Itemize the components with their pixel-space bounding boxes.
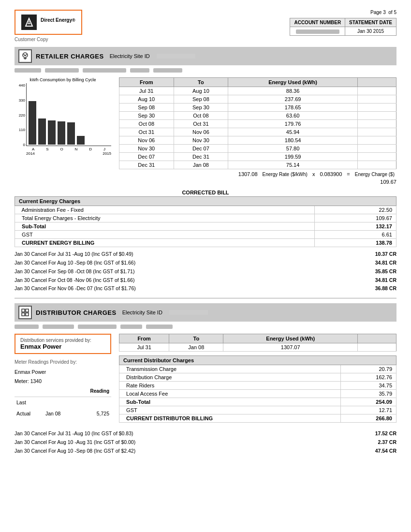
dist-billing-row: Distribution Charge162.76 xyxy=(119,373,396,382)
table-row: Oct 31Nov 0645.94 xyxy=(119,128,396,136)
svg-line-8 xyxy=(25,54,27,56)
equals-symbol: = xyxy=(347,171,350,177)
kwh-header: Energy Used (kWh) xyxy=(228,78,358,87)
meter-readings-title: Meter Readings Provided by: xyxy=(15,358,111,367)
totals-rate-label: Energy Rate ($/kWh) xyxy=(263,172,308,177)
meter-label: Meter: xyxy=(15,378,29,384)
table-row: Nov 06Nov 30180.54 xyxy=(119,136,396,145)
dist-from-header: From xyxy=(119,334,169,343)
dist-billing-row: Sub-Total254.09 xyxy=(119,398,396,406)
customer-copy-label: Customer Copy xyxy=(15,37,82,42)
dist-to-header: To xyxy=(169,334,223,343)
energy-totals-row: 1307.08 Energy Rate ($/kWh) x 0.083900 =… xyxy=(119,171,396,177)
distributor-left-panel: Distribution services provided by: Enmax… xyxy=(15,334,111,426)
dist-cancellation-line: Jan 30 Cancel For Aug 10 -Sep 08 (Inc GS… xyxy=(15,447,396,456)
svg-rect-11 xyxy=(22,313,25,316)
dist-cancellation-line: Jan 30 Cancel For Jul 31 -Aug 10 (Inc GS… xyxy=(15,429,396,438)
account-number-header: ACCOUNT NUMBER xyxy=(290,18,345,27)
dist-billing-row: Rate Riders34.75 xyxy=(119,382,396,390)
x-axis-labels: A S O N D J xyxy=(26,146,111,151)
meter-readings-table: Reading Last Actual Jan 08 5,725 xyxy=(15,386,111,419)
bar-sep xyxy=(38,118,46,145)
from-header: From xyxy=(119,78,174,87)
billing-row: Administration Fee - Fixed22.50 xyxy=(15,206,396,214)
totals-charge-label: Energy Charge ($) xyxy=(355,172,395,177)
retailer-energy-table-area: From To Energy Used (kWh) Jul 31Aug 1088… xyxy=(119,77,396,186)
meter-section: Meter Readings Provided by: Enmax Power … xyxy=(15,358,111,419)
table-row: Nov 30Dec 0757.80 xyxy=(119,145,396,153)
bar-chart xyxy=(26,83,111,146)
retailer-billing-table: Current Energy Charges Administration Fe… xyxy=(15,196,396,247)
account-info-table: ACCOUNT NUMBER STATEMENT DATE Jan 30 201… xyxy=(290,18,396,36)
statement-date-header: STATEMENT DATE xyxy=(345,18,396,27)
table-row: Dec 07Dec 31199.59 xyxy=(119,153,396,161)
distributor-cancellations: Jan 30 Cancel For Jul 31 -Aug 10 (Inc GS… xyxy=(15,429,396,456)
billing-row: GST6.61 xyxy=(15,231,396,239)
table-row: Oct 08Oct 31179.76 xyxy=(119,120,396,128)
table-row: Jul 31Aug 1088.36 xyxy=(119,87,396,95)
reading-col-header: Reading xyxy=(74,386,111,397)
billing-row: Total Energy Charges - Electricity109.67 xyxy=(15,214,396,222)
logo-box: Direct Energy® xyxy=(15,10,82,35)
actual-label: Actual xyxy=(15,408,44,419)
bar-oct xyxy=(48,120,56,145)
company-name: Direct Energy® xyxy=(41,17,75,28)
dist-energy-row: Jul 31 Jan 08 1307.07 xyxy=(119,343,396,352)
consumption-chart-area: kWh Consumption by Billing Cycle 440 330… xyxy=(15,77,111,186)
svg-rect-10 xyxy=(26,309,29,312)
dist-kwh-val: 1307.07 xyxy=(223,343,358,352)
to-header: To xyxy=(174,78,228,87)
billing-row: CURRENT ENERGY BILLING138.78 xyxy=(15,239,396,247)
cancellation-line: Jan 30 Cancel For Sep 08 -Oct 08 (Inc GS… xyxy=(15,267,396,276)
distributor-energy-table: From To Energy Used (kWh) Jul 31 Jan 08 … xyxy=(119,334,396,352)
svg-rect-9 xyxy=(22,309,25,312)
retailer-title: RETAILER CHARGES xyxy=(36,53,104,60)
multiply-symbol: x xyxy=(312,171,315,177)
distributor-icon xyxy=(18,306,32,319)
svg-point-4 xyxy=(23,53,28,58)
corrected-bill-title: CORRECTED BILL xyxy=(15,190,396,195)
distributor-subtitle: Electricity Site ID xyxy=(122,310,162,315)
dist-billing-header: Current Distributor Charges xyxy=(119,356,396,365)
meter-number: 1340 xyxy=(30,378,42,384)
distributor-right-panel: From To Energy Used (kWh) Jul 31 Jan 08 … xyxy=(119,334,396,426)
provider-name: Enmax Power xyxy=(20,343,105,350)
distributor-section-header: DISTRIBUTOR CHARGES Electricity Site ID xyxy=(15,303,396,322)
retailer-icon xyxy=(18,49,32,63)
provider-label: Distribution services provided by: xyxy=(20,338,105,343)
company-icon xyxy=(21,15,37,30)
statement-date-value: Jan 30 2015 xyxy=(345,27,396,36)
table-row: Sep 08Sep 30178.65 xyxy=(119,103,396,112)
cancellation-line: Jan 30 Cancel For Jul 31 -Aug 10 (Inc GS… xyxy=(15,250,396,259)
retailer-section-header: RETAILER CHARGES Electricity Site ID xyxy=(15,47,396,65)
header-account-info: Page 3 of 5 ACCOUNT NUMBER STATEMENT DAT… xyxy=(290,10,396,36)
meter-number-row: Meter: 1340 xyxy=(15,377,111,386)
empty-header xyxy=(358,78,396,87)
table-row: Dec 31Jan 0875.14 xyxy=(119,161,396,169)
retailer-energy-table: From To Energy Used (kWh) Jul 31Aug 1088… xyxy=(119,77,396,169)
current-energy-header: Current Energy Charges xyxy=(15,197,396,206)
page-header: Direct Energy® Customer Copy Page 3 of 5… xyxy=(15,10,396,42)
provider-box: Distribution services provided by: Enmax… xyxy=(15,334,111,354)
distributor-title: DISTRIBUTOR CHARGES xyxy=(36,309,117,316)
rate-value: 0.083900 xyxy=(320,171,342,177)
logo-section: Direct Energy® Customer Copy xyxy=(15,10,82,42)
actual-date: Jan 08 xyxy=(44,408,74,419)
distributor-redacted-row xyxy=(15,324,396,330)
dist-cancellation-line: Jan 30 Cancel For Aug 10 -Aug 31 (Inc GS… xyxy=(15,438,396,447)
cancellation-line: Jan 30 Cancel For Aug 10 -Sep 08 (Inc GS… xyxy=(15,259,396,267)
bar-nov xyxy=(58,121,65,145)
dist-billing-row: GST12.71 xyxy=(119,406,396,414)
energy-charge-value: 109.67 xyxy=(380,179,396,185)
actual-value: 5,725 xyxy=(74,408,111,419)
section-divider xyxy=(15,298,396,298)
retailer-main-content: kWh Consumption by Billing Cycle 440 330… xyxy=(15,77,396,186)
retailer-subtitle: Electricity Site ID xyxy=(110,53,150,59)
cancellation-line: Jan 30 Cancel For Oct 08 -Nov 06 (Inc GS… xyxy=(15,276,396,285)
cancellation-line: Jan 30 Cancel For Nov 06 -Dec 07 (Inc GS… xyxy=(15,284,396,293)
charge-value-row: 109.67 xyxy=(119,179,396,185)
dist-empty-header xyxy=(358,334,396,343)
meter-provider: Enmax Power xyxy=(15,368,111,377)
y-axis: 440 330 220 110 0 xyxy=(15,83,26,147)
dist-billing-row: Transmission Charge20.79 xyxy=(119,365,396,373)
